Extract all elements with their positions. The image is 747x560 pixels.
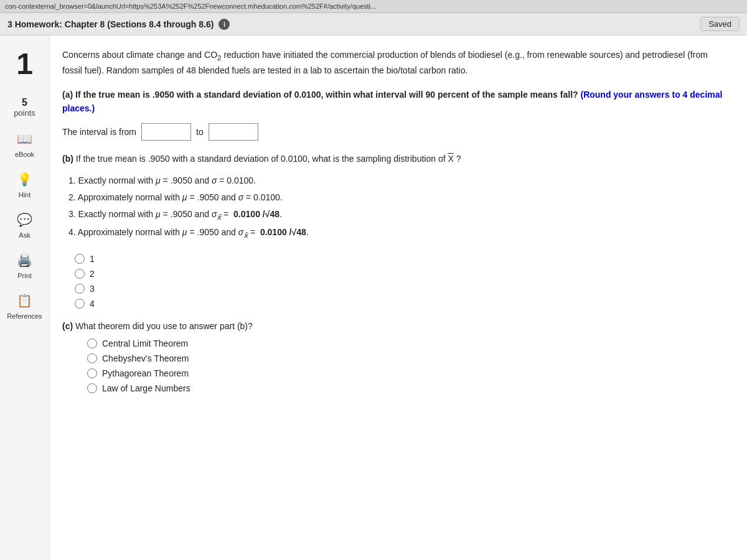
content-area: Concerns about climate change and CO2 re… (50, 35, 747, 560)
main-layout: 1 5 points 📖 eBook 💡 Hint 💬 Ask 🖨️ Print… (0, 35, 747, 560)
part-b-option-1: 1. Exactly normal with μ = .9050 and σ =… (68, 173, 728, 189)
part-c-radio-label-clt: Central Limit Theorem (102, 338, 188, 348)
ask-icon: 💬 (15, 210, 35, 230)
header-title-area: 3 Homework: Chapter 8 (Sections 8.4 thro… (7, 19, 230, 30)
part-c-radio-label-cheb: Chebyshev's Theorem (102, 353, 189, 363)
part-b-radio-input-3[interactable] (75, 284, 85, 294)
part-a-label: (a) If the true mean is .9050 with a sta… (62, 88, 728, 116)
part-c-radio-cheb[interactable]: Chebyshev's Theorem (87, 353, 728, 363)
part-c-radio-label-pyth: Pythagorean Theorem (102, 368, 189, 378)
part-a-instruction: (Round your answers to 4 decimal places.… (62, 90, 722, 113)
interval-to-input[interactable] (209, 123, 258, 141)
points-label: points (14, 108, 35, 118)
points-value: 5 (14, 97, 35, 108)
sidebar: 1 5 points 📖 eBook 💡 Hint 💬 Ask 🖨️ Print… (0, 35, 50, 560)
hint-label: Hint (19, 191, 31, 198)
part-c-radio-input-clt[interactable] (87, 338, 97, 348)
references-icon: 📋 (14, 291, 34, 310)
print-label: Print (17, 272, 32, 279)
part-b-radio-2[interactable]: 2 (75, 269, 728, 279)
part-c-radio-input-pyth[interactable] (87, 368, 97, 378)
interval-from-input[interactable] (141, 123, 191, 141)
ask-label: Ask (19, 231, 30, 239)
question-number: 1 (6, 42, 43, 86)
page-title: 3 Homework: Chapter 8 (Sections 8.4 thro… (7, 19, 214, 29)
points-display: 5 points (14, 97, 35, 118)
part-c-radio-clt[interactable]: Central Limit Theorem (87, 338, 728, 348)
sidebar-item-ebook[interactable]: 📖 eBook (15, 129, 35, 158)
part-c-radio-label-lln: Law of Large Numbers (102, 383, 190, 393)
part-b-option-3: 3. Exactly normal with μ = .9050 and σx̄… (68, 207, 728, 223)
part-a: (a) If the true mean is .9050 with a sta… (62, 88, 728, 141)
part-b-radio-label-2: 2 (90, 269, 95, 279)
saved-badge: Saved (700, 17, 740, 31)
part-c-label: (c) What theorem did you use to answer p… (62, 321, 728, 331)
part-b-radio-label-4: 4 (90, 299, 95, 309)
interval-row: The interval is from to (62, 123, 728, 141)
ebook-label: eBook (15, 151, 34, 158)
ebook-icon: 📖 (15, 129, 35, 149)
part-b-radio-input-4[interactable] (75, 299, 85, 309)
part-b-options-list: 1. Exactly normal with μ = .9050 and σ =… (68, 173, 728, 241)
part-c-radio-input-cheb[interactable] (87, 353, 97, 363)
interval-to-label: to (196, 127, 204, 137)
part-b-radio-label-3: 3 (90, 284, 95, 294)
sidebar-item-ask[interactable]: 💬 Ask (15, 210, 35, 239)
part-c-radio-input-lln[interactable] (87, 383, 97, 393)
part-b-option-2: 2. Approximately normal with μ = .9050 a… (68, 190, 728, 205)
top-bar: 3 Homework: Chapter 8 (Sections 8.4 thro… (0, 13, 747, 35)
question-body: Concerns about climate change and CO2 re… (62, 48, 728, 78)
part-b-radio-4[interactable]: 4 (75, 299, 728, 309)
sidebar-item-print[interactable]: 🖨️ Print (15, 250, 35, 279)
part-c-radio-lln[interactable]: Law of Large Numbers (87, 383, 728, 393)
references-label: References (7, 312, 42, 320)
part-b-radio-input-1[interactable] (75, 254, 85, 264)
hint-icon: 💡 (15, 169, 35, 189)
sidebar-item-references[interactable]: 📋 References (7, 291, 42, 320)
part-b-radio-input-2[interactable] (75, 269, 85, 279)
print-icon: 🖨️ (15, 250, 35, 270)
info-icon[interactable]: i (218, 19, 230, 30)
part-b: (b) If the true mean is .9050 with a sta… (62, 152, 728, 309)
part-b-radio-3[interactable]: 3 (75, 284, 728, 294)
part-b-radio-1[interactable]: 1 (75, 254, 728, 264)
part-b-radio-group: 1 2 3 4 (75, 254, 728, 309)
url-bar: con-contexternal_browser=0&launchUrl=htt… (0, 0, 747, 13)
part-b-radio-label-1: 1 (90, 254, 95, 264)
part-c-radio-group: Central Limit Theorem Chebyshev's Theore… (87, 338, 728, 393)
part-b-option-4: 4. Approximately normal with μ = .9050 a… (68, 225, 728, 241)
sidebar-item-hint[interactable]: 💡 Hint (15, 169, 35, 198)
interval-from-label: The interval is from (62, 127, 136, 137)
part-b-label: (b) If the true mean is .9050 with a sta… (62, 152, 728, 166)
part-c: (c) What theorem did you use to answer p… (62, 321, 728, 393)
part-c-radio-pyth[interactable]: Pythagorean Theorem (87, 368, 728, 378)
